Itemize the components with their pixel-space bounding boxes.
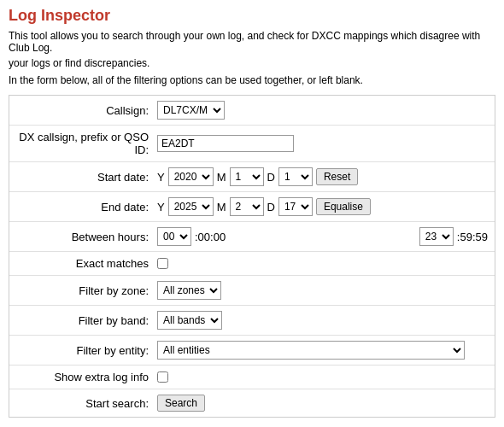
reset-button[interactable]: Reset bbox=[316, 168, 358, 185]
filter-entity-control: All entities bbox=[157, 341, 488, 360]
end-y-label: Y bbox=[157, 201, 165, 214]
start-date-row: Start date: Y 202020212022202320242025 M… bbox=[9, 162, 495, 192]
end-day-select[interactable]: 123456 789101112 131415161718 1920212223… bbox=[278, 197, 313, 216]
dx-callsign-row: DX callsign, prefix or QSO ID: bbox=[9, 126, 495, 162]
start-month-select[interactable]: 123456 789101112 bbox=[230, 167, 264, 186]
equalise-button[interactable]: Equalise bbox=[316, 198, 371, 215]
filter-zone-control: All zones bbox=[157, 281, 488, 300]
time-start-suffix: :00:00 bbox=[195, 231, 226, 243]
filter-band-label: Filter by band: bbox=[16, 314, 157, 327]
filter-zone-select[interactable]: All zones bbox=[157, 281, 221, 300]
extra-log-control bbox=[157, 371, 488, 383]
end-date-row: End date: Y 202020212022202320242025 M 1… bbox=[9, 192, 495, 222]
between-hours-control: 0001020304 0506070809 1011121314 1516171… bbox=[157, 227, 488, 246]
filter-entity-select[interactable]: All entities bbox=[157, 341, 465, 360]
filter-entity-row: Filter by entity: All entities bbox=[9, 336, 495, 366]
start-day-select[interactable]: 123456 789101112 131415161718 1920212223… bbox=[278, 167, 313, 186]
start-search-control: Search bbox=[157, 395, 488, 412]
search-button[interactable]: Search bbox=[157, 395, 205, 412]
start-date-control: Y 202020212022202320242025 M 123456 7891… bbox=[157, 167, 488, 186]
between-hours-row: Between hours: 0001020304 0506070809 101… bbox=[9, 222, 495, 252]
callsign-control: DL7CX/M bbox=[157, 101, 488, 120]
filter-zone-label: Filter by zone: bbox=[16, 284, 157, 297]
dx-callsign-input[interactable] bbox=[157, 135, 294, 152]
start-date-label: Start date: bbox=[16, 171, 157, 184]
end-year-select[interactable]: 202020212022202320242025 bbox=[168, 197, 214, 216]
callsign-row: Callsign: DL7CX/M bbox=[9, 96, 495, 126]
end-m-label: M bbox=[217, 201, 226, 214]
page-title: Log Inspector bbox=[9, 7, 495, 25]
exact-matches-control bbox=[157, 258, 488, 269]
start-search-label: Start search: bbox=[16, 397, 157, 410]
start-d-label: D bbox=[267, 171, 275, 184]
exact-matches-row: Exact matches bbox=[9, 252, 495, 276]
time-end-suffix: :59:59 bbox=[457, 231, 488, 243]
intro-line3: In the form below, all of the filtering … bbox=[9, 74, 495, 86]
callsign-select[interactable]: DL7CX/M bbox=[157, 101, 225, 120]
end-d-label: D bbox=[267, 201, 275, 214]
hour-end-select[interactable]: 0001020304 0506070809 1011121314 1516171… bbox=[419, 227, 454, 246]
end-month-select[interactable]: 123456 789101112 bbox=[230, 197, 264, 216]
intro-line2: your logs or find discrepancies. bbox=[9, 57, 495, 69]
extra-log-row: Show extra log info bbox=[9, 366, 495, 389]
filter-entity-label: Filter by entity: bbox=[16, 344, 157, 357]
start-m-label: M bbox=[217, 171, 226, 184]
search-form: Callsign: DL7CX/M DX callsign, prefix or… bbox=[9, 95, 495, 418]
filter-zone-row: Filter by zone: All zones bbox=[9, 276, 495, 306]
exact-matches-label: Exact matches bbox=[16, 257, 157, 270]
extra-log-label: Show extra log info bbox=[16, 371, 157, 383]
intro-line1: This tool allows you to search through y… bbox=[9, 30, 495, 54]
end-date-control: Y 202020212022202320242025 M 123456 7891… bbox=[157, 197, 488, 216]
filter-band-select[interactable]: All bands bbox=[157, 311, 222, 330]
extra-log-checkbox[interactable] bbox=[157, 371, 168, 383]
dx-callsign-control bbox=[157, 135, 488, 152]
start-search-row: Start search: Search bbox=[9, 389, 495, 417]
hour-start-select[interactable]: 0001020304 0506070809 1011121314 1516171… bbox=[157, 227, 191, 246]
dx-callsign-label: DX callsign, prefix or QSO ID: bbox=[16, 131, 157, 156]
end-date-label: End date: bbox=[16, 201, 157, 214]
filter-band-control: All bands bbox=[157, 311, 488, 330]
between-hours-label: Between hours: bbox=[16, 231, 157, 243]
start-y-label: Y bbox=[157, 171, 165, 184]
filter-band-row: Filter by band: All bands bbox=[9, 306, 495, 336]
exact-matches-checkbox[interactable] bbox=[157, 258, 168, 269]
callsign-label: Callsign: bbox=[16, 104, 157, 117]
start-year-select[interactable]: 202020212022202320242025 bbox=[168, 167, 214, 186]
